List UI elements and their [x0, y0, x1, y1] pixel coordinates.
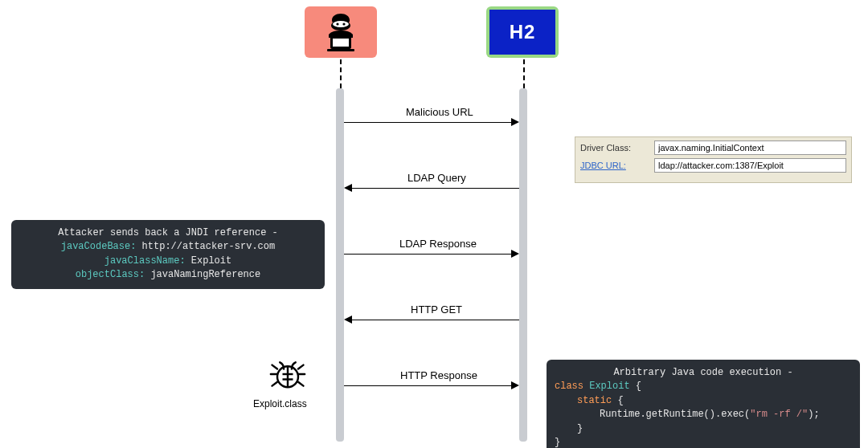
svg-point-2	[342, 22, 345, 25]
lifeline-connector	[523, 59, 525, 88]
message-arrow	[344, 254, 511, 255]
code-brace: }	[555, 436, 852, 448]
table-row: Driver Class:	[580, 141, 846, 155]
code-value: http://attacker-srv.com	[142, 241, 276, 252]
message-label: Malicious URL	[406, 106, 473, 118]
message-arrow	[344, 385, 511, 386]
message-arrow	[352, 320, 519, 320]
hacker-icon	[319, 12, 362, 52]
code-value: Exploit	[191, 255, 231, 267]
message-label: HTTP Response	[400, 369, 477, 381]
code-execution-note: Arbitrary Java code execution - class Ex…	[547, 360, 860, 448]
arrow-head-icon	[511, 381, 519, 389]
attacker-lifeline	[336, 88, 344, 442]
code-key: javaCodeBase:	[61, 241, 137, 252]
message-label: LDAP Response	[399, 238, 477, 250]
message-arrow	[344, 122, 511, 123]
code-brace: }	[555, 422, 852, 436]
jdbc-url-input[interactable]	[654, 158, 846, 173]
code-classname: Exploit	[589, 381, 629, 392]
svg-rect-5	[327, 49, 354, 51]
arrow-head-icon	[511, 250, 519, 258]
code-call: Runtime.getRuntime().exec(	[600, 409, 750, 420]
table-row: JDBC URL:	[580, 158, 846, 173]
message-arrow	[352, 188, 519, 189]
code-keyword: class	[555, 381, 583, 392]
h2-lifeline	[519, 88, 527, 442]
code-value: javaNamingReference	[150, 269, 260, 280]
code-keyword: static	[577, 395, 612, 406]
arrow-head-icon	[344, 316, 352, 324]
svg-rect-4	[333, 39, 349, 47]
code-key: javaClassName:	[104, 255, 186, 267]
h2-actor: H2	[486, 6, 559, 58]
message-label: LDAP Query	[407, 172, 466, 184]
bug-icon	[267, 353, 309, 395]
note-title: Attacker sends back a JNDI reference -	[19, 226, 317, 240]
connection-form: Driver Class: JDBC URL:	[575, 136, 852, 183]
driver-class-input[interactable]	[654, 141, 846, 155]
message-label: HTTP GET	[411, 303, 462, 316]
jdbc-url-label[interactable]: JDBC URL:	[580, 161, 654, 170]
exploit-class-label: Exploit.class	[253, 398, 307, 409]
note-title: Arbitrary Java code execution -	[555, 366, 852, 380]
svg-point-0	[333, 21, 349, 27]
svg-point-1	[336, 22, 338, 25]
code-string: "rm -rf /"	[750, 409, 808, 420]
arrow-head-icon	[511, 118, 519, 126]
jndi-reference-note: Attacker sends back a JNDI reference - j…	[11, 220, 325, 289]
attacker-actor	[305, 6, 377, 58]
code-brace: {	[617, 395, 623, 406]
code-call: );	[808, 409, 819, 420]
lifeline-connector	[340, 59, 342, 88]
driver-class-label: Driver Class:	[580, 143, 654, 153]
h2-logo: H2	[489, 10, 555, 55]
code-key: objectClass:	[76, 269, 145, 280]
code-brace: {	[636, 381, 641, 392]
arrow-head-icon	[344, 184, 352, 192]
